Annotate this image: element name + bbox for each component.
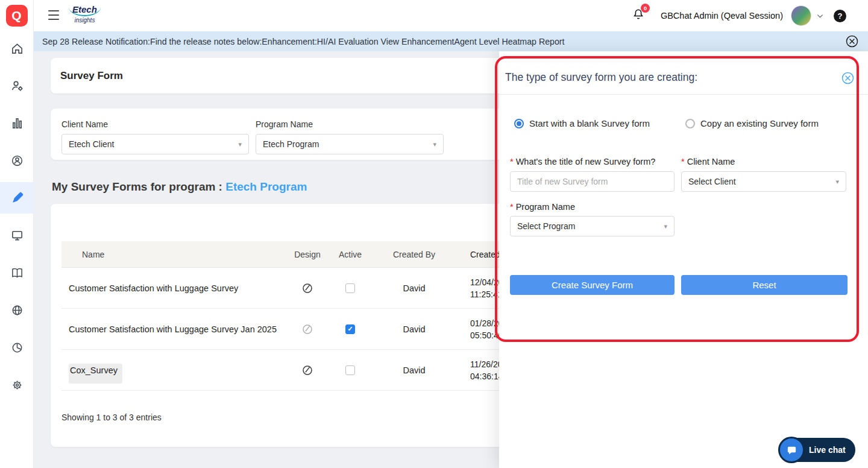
release-banner-text: Sep 28 Release Notification:Find the rel…	[34, 37, 564, 46]
hamburger-menu-icon[interactable]	[48, 10, 59, 20]
avatar[interactable]	[791, 5, 811, 26]
modal-close-icon[interactable]	[841, 72, 854, 84]
design-button[interactable]	[301, 323, 313, 335]
help-button[interactable]: ?	[834, 10, 846, 22]
live-chat-button[interactable]: Live chat	[780, 438, 855, 462]
create-survey-modal: The type of survey form you are creating…	[499, 51, 868, 468]
created-by: David	[364, 283, 464, 293]
page-title: Survey Form	[51, 70, 123, 82]
brand-logo-bottom: insights	[69, 17, 101, 24]
chat-bubble-icon	[778, 437, 805, 463]
sidebar-item-monitor[interactable]	[0, 220, 34, 251]
modal-client-select[interactable]: Select Client ▾	[681, 171, 846, 192]
monitor-icon	[10, 229, 24, 242]
sidebar-item-users[interactable]	[0, 70, 34, 101]
required-mark: *	[510, 157, 514, 166]
heading-program-name: Etech Program	[225, 180, 307, 193]
page-heading: My Survey Forms for program : Etech Prog…	[52, 180, 307, 194]
client-name-label: Client Name	[61, 119, 108, 129]
release-banner: Sep 28 Release Notification:Find the rel…	[34, 31, 868, 51]
chevron-down-icon: ▾	[238, 141, 242, 148]
sidebar-item-settings[interactable]	[0, 369, 34, 400]
active-checkbox[interactable]	[345, 283, 355, 293]
radio-option-copy[interactable]: Copy an existing Survey form	[685, 118, 819, 128]
design-icon	[301, 282, 313, 294]
brand-logo-top: Etech	[69, 4, 101, 16]
sidebar-item-reports[interactable]	[0, 107, 34, 139]
required-mark: *	[681, 157, 685, 166]
sidebar: Q	[0, 0, 34, 468]
sidebar-item-agent[interactable]	[0, 145, 34, 176]
created-by: David	[364, 324, 464, 334]
client-select[interactable]: Etech Client ▾	[61, 134, 249, 154]
sidebar-item-home[interactable]	[0, 33, 34, 64]
chevron-down-icon: ▾	[433, 141, 436, 148]
survey-name: Customer Satisfaction with Luggage Surve…	[61, 283, 278, 293]
live-chat-label: Live chat	[809, 445, 846, 455]
reset-button[interactable]: Reset	[681, 275, 848, 295]
chevron-down-icon[interactable]	[816, 12, 824, 20]
client-select-value: Etech Client	[69, 139, 114, 149]
modal-client-select-value: Select Client	[688, 177, 736, 186]
radio-blank-label: Start with a blank Survey form	[529, 118, 650, 128]
bar-chart-icon	[10, 116, 24, 130]
created-by: David	[364, 365, 464, 375]
program-field-label: *Program Name	[510, 202, 575, 212]
radio-option-blank[interactable]: Start with a blank Survey form	[514, 118, 650, 128]
chevron-down-icon: ▾	[835, 178, 839, 186]
notification-badge: 0	[641, 4, 650, 13]
chevron-down-icon: ▾	[664, 223, 667, 230]
radio-blank[interactable]	[514, 119, 524, 128]
active-checkbox[interactable]	[345, 324, 355, 334]
program-select[interactable]: Etech Program ▾	[256, 134, 444, 154]
header-right: 0 GBChat Admin (Qeval Session) ?	[632, 0, 846, 31]
col-header-active: Active	[336, 250, 364, 259]
survey-pen-icon	[10, 191, 24, 205]
user-settings-icon	[10, 79, 24, 93]
agent-icon	[10, 154, 24, 168]
modal-title: The type of survey form you are creating…	[505, 71, 697, 84]
banner-close-icon[interactable]	[846, 35, 858, 48]
survey-name: Cox_Survey	[69, 364, 122, 384]
design-button[interactable]	[301, 364, 313, 376]
design-icon	[301, 364, 313, 376]
table-entries-summary: Showing 1 to 3 of 3 entries	[61, 413, 162, 422]
user-session-label: GBChat Admin (Qeval Session)	[661, 11, 783, 21]
modal-program-select[interactable]: Select Program ▾	[510, 216, 675, 236]
client-field-label: *Client Name	[681, 157, 735, 166]
required-mark: *	[510, 202, 514, 212]
title-field-label: *What's the title of new Survey form?	[510, 157, 655, 166]
app-logo-letter: Q	[11, 8, 21, 23]
program-name-label: Program Name	[256, 119, 313, 129]
create-survey-form-button[interactable]: Create Survey Form	[510, 275, 675, 295]
radio-copy[interactable]	[685, 119, 695, 128]
divider	[499, 94, 868, 95]
app-logo[interactable]: Q	[6, 5, 28, 27]
program-select-value: Etech Program	[263, 139, 319, 149]
survey-title-input[interactable]	[510, 171, 675, 192]
sidebar-item-library[interactable]	[0, 257, 34, 288]
home-icon	[10, 42, 24, 55]
book-icon	[10, 266, 24, 280]
brand-logo[interactable]: Etech insights	[69, 4, 101, 24]
top-header: Etech insights 0 GBChat Admin (Qeval Ses…	[34, 0, 868, 31]
sidebar-item-global[interactable]	[0, 294, 34, 326]
sidebar-item-survey[interactable]	[0, 182, 34, 213]
survey-name: Customer Satisfaction with Luggage Surve…	[61, 324, 278, 334]
sidebar-item-analytics[interactable]	[0, 332, 34, 363]
col-header-name: Name	[61, 250, 278, 259]
help-mark: ?	[838, 11, 843, 21]
active-checkbox[interactable]	[345, 365, 355, 375]
notifications-button[interactable]: 0	[632, 8, 645, 24]
col-header-design: Design	[278, 250, 336, 259]
gear-icon	[10, 378, 24, 392]
globe-icon	[10, 303, 24, 317]
pie-chart-icon	[10, 341, 24, 355]
design-button[interactable]	[301, 282, 313, 294]
col-header-created-by: Created By	[364, 250, 464, 259]
radio-copy-label: Copy an existing Survey form	[700, 118, 819, 128]
heading-prefix: My Survey Forms for program :	[52, 180, 225, 193]
modal-program-select-value: Select Program	[517, 221, 575, 231]
design-icon	[301, 323, 313, 335]
